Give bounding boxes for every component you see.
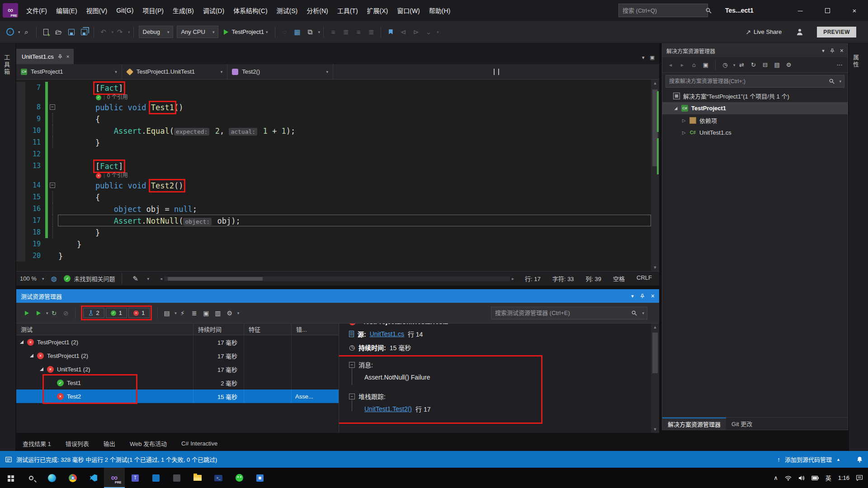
details-scrollbar[interactable]: ▲ ▼ — [651, 324, 659, 433]
previous-bookmark-icon[interactable]: ⊲ — [397, 26, 410, 38]
breakpoint-margin[interactable] — [16, 113, 25, 125]
run-tests-button[interactable] — [33, 307, 44, 319]
run-until-failure-icon[interactable]: ⚡ — [177, 307, 189, 319]
close-panel-icon[interactable]: × — [651, 292, 655, 300]
pending-changes-filter-icon[interactable]: ◷ — [720, 60, 731, 70]
close-tab-icon[interactable]: × — [66, 54, 69, 59]
sync-with-active-document-icon[interactable]: ⇄ — [736, 60, 747, 70]
breakpoint-margin[interactable] — [16, 148, 25, 160]
show-all-files-icon[interactable]: ▤ — [772, 60, 783, 70]
breakpoint-margin[interactable] — [16, 250, 25, 262]
total-tests-badge[interactable]: 2 — [83, 308, 104, 318]
wechat-taskbar-button[interactable] — [229, 468, 250, 488]
search-options-icon[interactable]: ▾ — [839, 79, 841, 84]
codelens-references[interactable]: 0 个引用 — [107, 94, 128, 101]
filter-dropdown-icon[interactable]: ▾ — [733, 63, 736, 67]
playlist-button[interactable]: ▤ — [161, 307, 173, 319]
close-panel-icon[interactable]: × — [840, 47, 844, 54]
breadcrumb-segment[interactable]: TestProject1.UnitTest1▾ — [122, 64, 228, 79]
column-header[interactable]: 特征 — [244, 324, 292, 335]
test-row[interactable]: ×TestProject1 (2)17 毫秒 — [16, 349, 339, 362]
undo-icon[interactable]: ↶ — [97, 26, 110, 38]
zoom-level[interactable]: 100 % — [20, 275, 37, 282]
visual-studio-taskbar-button[interactable]: ∞PRE — [104, 468, 125, 488]
redo-dropdown-icon[interactable]: ▾ — [128, 30, 130, 34]
code-cleanup-dropdown-icon[interactable]: ▾ — [147, 277, 149, 281]
menu-item[interactable]: 帮助(H) — [425, 0, 455, 21]
refresh-icon[interactable]: ↻ — [748, 60, 759, 70]
tree-item[interactable]: ▷UnitTest1.cs — [662, 127, 848, 139]
open-file-icon[interactable]: 🗁 — [52, 26, 65, 38]
save-all-icon[interactable] — [78, 26, 90, 38]
scroll-up-icon[interactable]: ▲ — [651, 324, 659, 331]
action-center-icon[interactable] — [856, 475, 863, 481]
scroll-left-icon[interactable]: ◂ — [158, 276, 164, 281]
chrome-taskbar-button[interactable] — [62, 468, 83, 488]
nav-back-icon[interactable]: ◂ — [665, 60, 676, 70]
test-row[interactable]: ✓Test12 毫秒 — [16, 376, 339, 389]
volume-icon[interactable] — [798, 475, 805, 481]
menu-item[interactable]: 体系结构(C) — [229, 0, 272, 21]
live-share-button[interactable]: ↗ Live Share — [745, 28, 782, 36]
pin-icon[interactable] — [640, 294, 645, 299]
hierarchy-button[interactable]: ≣ — [189, 307, 200, 319]
app-blue2-taskbar-button[interactable] — [250, 468, 270, 488]
test-row[interactable]: ×UnitTest1 (2)17 毫秒 — [16, 362, 339, 376]
pin-icon[interactable] — [58, 54, 62, 59]
menu-item[interactable]: 工具(T) — [333, 0, 363, 21]
collapsed-expander-icon[interactable]: ▷ — [682, 130, 689, 135]
zoom-dropdown-icon[interactable]: ▾ — [42, 277, 44, 281]
scroll-down-icon[interactable]: ▼ — [651, 426, 659, 433]
code-cleanup-icon[interactable]: ✎ — [129, 272, 142, 285]
presence-icon[interactable]: ◍ — [47, 272, 60, 285]
powershell-taskbar-button[interactable]: >_ — [208, 468, 229, 488]
minimize-button[interactable]: ─ — [787, 0, 814, 21]
hot-reload-icon[interactable]: ◌ — [278, 26, 291, 38]
expander-icon[interactable] — [40, 367, 43, 371]
feedback-icon[interactable] — [793, 26, 806, 38]
close-button[interactable]: × — [841, 0, 868, 21]
vscode-taskbar-button[interactable] — [83, 468, 104, 488]
search-options-icon[interactable]: ▾ — [642, 311, 644, 315]
breadcrumb-segment[interactable]: TestProject1▾ — [16, 64, 122, 79]
collapsed-expander-icon[interactable]: ▷ — [682, 118, 689, 123]
scrollbar-thumb[interactable] — [652, 333, 658, 373]
properties-tab[interactable]: 属性 — [849, 49, 862, 74]
nav-forward-icon[interactable]: ▸ — [677, 60, 688, 70]
test-row[interactable]: ×Test215 毫秒Asse... — [16, 389, 339, 403]
breakpoint-margin[interactable] — [16, 136, 25, 148]
start-taskbar-button[interactable] — [0, 468, 21, 488]
failed-tests-badge[interactable]: × 1 — [128, 308, 150, 318]
test-search-box[interactable]: ▾ — [491, 307, 647, 319]
test-settings-gear-icon[interactable]: ⚙ — [224, 307, 236, 319]
breakpoint-margin[interactable] — [16, 215, 25, 226]
app-blue-taskbar-button[interactable] — [146, 468, 166, 488]
repeat-last-run-button[interactable]: ↻ — [48, 307, 60, 319]
passed-tests-badge[interactable]: ✓ 1 — [106, 308, 127, 318]
menu-item[interactable]: 调试(D) — [198, 0, 229, 21]
layers-button[interactable]: ▥ — [212, 307, 224, 319]
group-by-button[interactable]: ▣ — [200, 307, 212, 319]
code-map-icon[interactable]: ▦ — [291, 26, 304, 38]
document-tab[interactable]: UnitTest1.cs × — [16, 49, 74, 64]
navigate-back-icon[interactable]: ‹ — [4, 26, 16, 38]
comment-icon[interactable]: ≡ — [352, 26, 365, 38]
scroll-up-icon[interactable]: ▲ — [651, 80, 659, 87]
menu-item[interactable]: 文件(F) — [22, 0, 52, 21]
battery-icon[interactable] — [811, 476, 819, 480]
platform-dropdown[interactable]: Any CPU▾ — [177, 26, 218, 38]
new-file-icon[interactable] — [40, 26, 52, 38]
collapse-button[interactable]: − — [50, 104, 55, 110]
breadcrumb-segment[interactable]: Test2()▾ — [227, 64, 333, 79]
column-header[interactable]: 测试 — [16, 324, 193, 335]
maximize-button[interactable] — [814, 0, 841, 21]
next-bookmark-icon[interactable]: ⊳ — [410, 26, 422, 38]
test-row[interactable]: ×TestProject1 (2)17 毫秒 — [16, 335, 339, 349]
run-all-tests-button[interactable] — [21, 307, 33, 319]
panel-tab[interactable]: 解决方案资源管理器 — [662, 418, 726, 430]
test-explorer-title-bar[interactable]: 测试资源管理器 ▾ × — [16, 289, 659, 303]
file-explorer-taskbar-button[interactable] — [187, 468, 208, 488]
horizontal-scrollbar[interactable]: ◂ ▸ — [158, 276, 516, 281]
solution-search-box[interactable]: ▾ — [665, 75, 844, 88]
breakpoint-margin[interactable] — [16, 191, 25, 203]
